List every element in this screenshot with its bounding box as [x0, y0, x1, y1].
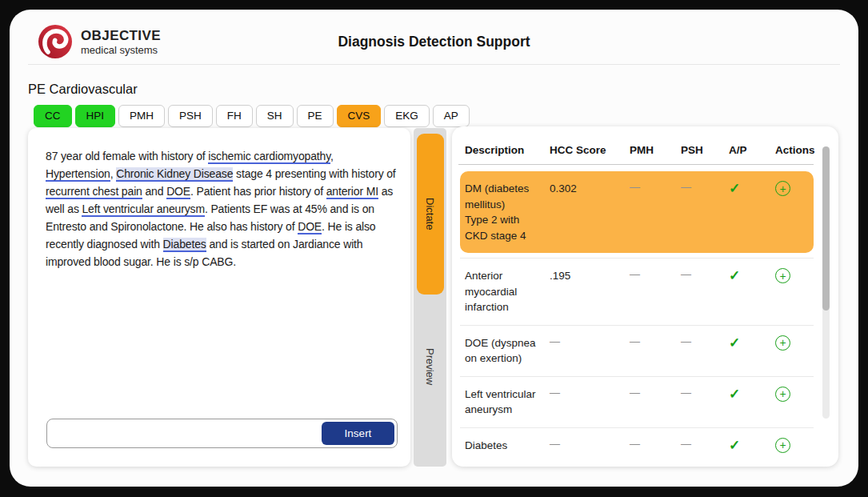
psh-empty-value: —	[681, 387, 729, 418]
diagnosis-description: DM (diabetes mellitus) Type 2 with CKD s…	[465, 181, 550, 243]
ap-check-icon: ✓	[729, 268, 775, 315]
ap-check-icon: ✓	[729, 335, 775, 367]
table-row: Anterior myocardial infarction.195——✓+	[460, 259, 814, 325]
add-diagnosis-button[interactable]: +	[775, 181, 790, 196]
note-text: and	[142, 185, 166, 198]
note-text: stage 4 presenting with history of	[233, 167, 395, 180]
add-diagnosis-button[interactable]: +	[775, 438, 790, 453]
tab-hpi[interactable]: HPI	[75, 105, 116, 127]
mode-strip: Dictate Preview	[414, 128, 446, 467]
note-text: . Patient has prior history of	[190, 185, 326, 198]
diagnosis-table-panel: Description HCC Score PMH PSH A/P Action…	[452, 126, 838, 467]
hcc-score-value: —	[550, 438, 630, 454]
table-body: DM (diabetes mellitus) Type 2 with CKD s…	[452, 171, 838, 463]
tab-bar: CCHPIPMHPSHFHSHPECVSEKGAP	[34, 105, 470, 127]
tab-pe[interactable]: PE	[297, 105, 334, 127]
note-term[interactable]: Hypertension	[46, 167, 110, 182]
pmh-empty-value: —	[630, 268, 681, 315]
tab-ekg[interactable]: EKG	[384, 105, 430, 127]
tab-sh[interactable]: SH	[256, 105, 294, 127]
preview-tab[interactable]: Preview	[414, 343, 446, 391]
hcc-score-value: .195	[550, 268, 630, 315]
ap-check-icon: ✓	[729, 181, 775, 243]
note-editor-panel: 87 year old female with history of ische…	[28, 128, 410, 467]
note-text: 87 year old female with history of	[46, 150, 208, 162]
tab-cc[interactable]: CC	[34, 105, 72, 127]
header-divider	[28, 64, 840, 65]
pmh-empty-value: —	[630, 438, 681, 454]
tab-cvs[interactable]: CVS	[337, 105, 382, 127]
table-row: Diabetes———✓+	[460, 428, 814, 463]
col-hcc-score: HCC Score	[550, 144, 630, 156]
tab-fh[interactable]: FH	[216, 105, 253, 127]
pmh-empty-value: —	[630, 335, 681, 367]
ap-check-icon: ✓	[729, 438, 775, 454]
note-term[interactable]: DOE	[298, 220, 322, 234]
table-row: DOE (dyspnea on exertion)———✓+	[460, 326, 814, 376]
table-header-divider	[458, 164, 814, 165]
insert-button[interactable]: Insert	[322, 422, 394, 445]
hcc-score-value: —	[550, 335, 630, 367]
col-pmh: PMH	[630, 144, 681, 156]
psh-empty-value: —	[681, 335, 729, 367]
insert-input[interactable]	[54, 420, 317, 447]
dictate-label: Dictate	[424, 198, 436, 230]
table-header-row: Description HCC Score PMH PSH A/P Action…	[452, 126, 838, 164]
tab-pmh[interactable]: PMH	[118, 105, 165, 127]
header: OBJECTIVE medical systems Diagnosis Dete…	[28, 16, 840, 64]
note-term[interactable]: Chronic Kidney Disease	[116, 167, 233, 182]
psh-empty-value: —	[681, 438, 729, 454]
insert-field-wrap: Insert	[46, 419, 398, 448]
tab-ap[interactable]: AP	[433, 105, 470, 127]
add-diagnosis-button[interactable]: +	[775, 387, 790, 402]
note-term[interactable]: recurrent chest pain	[46, 185, 142, 199]
hcc-score-value: —	[550, 387, 630, 418]
note-term[interactable]: Left ventricular aneurysm	[82, 202, 204, 217]
note-term[interactable]: DOE	[166, 185, 190, 199]
diagnosis-description: Diabetes	[465, 438, 550, 454]
add-diagnosis-button[interactable]: +	[775, 268, 790, 283]
psh-empty-value: —	[681, 181, 729, 243]
diagnosis-description: Left ventricular aneurysm	[465, 387, 550, 418]
col-ap: A/P	[729, 144, 775, 156]
psh-empty-value: —	[681, 268, 729, 315]
col-psh: PSH	[681, 144, 729, 156]
col-description: Description	[465, 144, 550, 156]
pmh-empty-value: —	[630, 181, 681, 243]
preview-label: Preview	[424, 348, 436, 385]
ap-check-icon: ✓	[729, 387, 775, 418]
note-term[interactable]: Diabetes	[163, 238, 206, 252]
tab-psh[interactable]: PSH	[168, 105, 213, 127]
diagnosis-description: DOE (dyspnea on exertion)	[465, 335, 550, 367]
add-diagnosis-button[interactable]: +	[775, 335, 790, 351]
section-title: PE Cardiovascular	[28, 82, 138, 97]
clinical-note: 87 year old female with history of ische…	[46, 147, 403, 271]
table-row: Left ventricular aneurysm———✓+	[460, 377, 814, 427]
table-row: DM (diabetes mellitus) Type 2 with CKD s…	[460, 171, 814, 253]
diagnosis-description: Anterior myocardial infarction	[465, 268, 550, 315]
table-scrollbar-thumb[interactable]	[822, 146, 830, 311]
table-scrollbar[interactable]	[822, 146, 830, 419]
page-title: Diagnosis Detection Support	[28, 34, 840, 50]
app-window: OBJECTIVE medical systems Diagnosis Dete…	[10, 10, 858, 487]
note-term[interactable]: anterior MI	[326, 185, 378, 199]
hcc-score-value: 0.302	[550, 181, 630, 243]
pmh-empty-value: —	[630, 387, 681, 418]
note-text: ,	[330, 150, 334, 162]
note-term[interactable]: ischemic cardiomyopathy	[208, 150, 330, 164]
dictate-tab[interactable]: Dictate	[417, 134, 444, 295]
